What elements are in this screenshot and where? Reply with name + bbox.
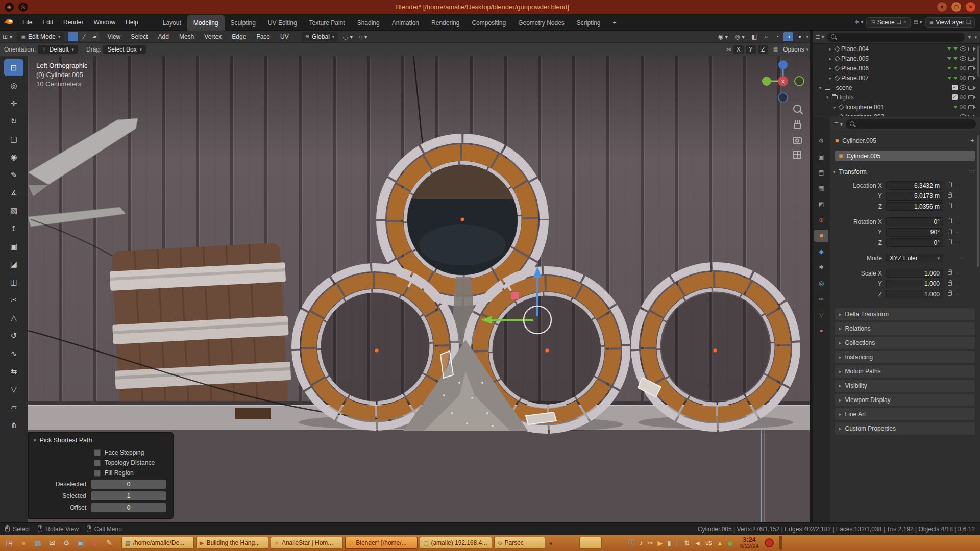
animate-dot-icon[interactable]: ·	[961, 255, 963, 261]
side-barrel[interactable]	[109, 242, 293, 420]
lock-icon[interactable]	[948, 241, 952, 244]
tab-rendering[interactable]: Rendering	[425, 15, 465, 31]
blank-window-button[interactable]	[579, 537, 602, 549]
tab-compositing[interactable]: Compositing	[465, 15, 512, 31]
scene-browse-icon[interactable]: ❖ ▾	[855, 19, 864, 25]
hide-eye-icon[interactable]	[960, 105, 966, 109]
lock-icon[interactable]	[948, 205, 952, 208]
shading-solid-icon[interactable]: ◔	[772, 32, 782, 41]
shade-button[interactable]: ▾	[937, 2, 947, 12]
files-icon[interactable]: ▦	[32, 537, 44, 549]
battery-icon[interactable]: ▮	[667, 539, 671, 547]
menu-uv[interactable]: UV	[276, 31, 293, 43]
collapse-icon[interactable]: ▾	[825, 95, 830, 100]
mirror-z-button[interactable]: Z	[758, 45, 768, 54]
orientation-dropdown[interactable]: ✛ Default ▾	[38, 45, 78, 54]
tool-knife[interactable]: ✂	[4, 291, 23, 308]
tab-output[interactable]: ▤	[814, 166, 828, 179]
render-camera-icon[interactable]	[968, 66, 974, 70]
taskbar-window-browser[interactable]: ★ AnalieStar | Hom...	[271, 537, 343, 549]
outliner-item-plane007[interactable]: ▸ Plane.007	[813, 73, 980, 83]
outliner-item-plane006[interactable]: ▸ Plane.006	[813, 63, 980, 73]
view-layer-selector[interactable]: ≣ ViewLayer ❏	[925, 17, 975, 28]
proportional-editing-icon[interactable]: ○ ▾	[356, 33, 370, 40]
mirror-y-button[interactable]: Y	[746, 45, 756, 54]
expand-icon[interactable]: ▸	[828, 76, 833, 81]
hide-eye-icon[interactable]	[960, 66, 966, 70]
blender-logo-icon[interactable]	[0, 18, 17, 27]
shading-dropdown-icon[interactable]: ▾	[806, 34, 808, 39]
animate-dot-icon[interactable]: ·	[956, 219, 958, 225]
hide-eye-icon[interactable]	[960, 95, 966, 99]
taskbar-window-remote[interactable]: ▢ (amalie) 192.168.4...	[420, 537, 492, 549]
checkbox-topology-distance[interactable]: Topology Distance	[94, 459, 168, 466]
tool-inset-faces[interactable]: ▣	[4, 238, 23, 255]
tab-sculpting[interactable]: Sculpting	[225, 15, 262, 31]
rotation-x-field[interactable]: 0°	[886, 217, 943, 226]
tab-uv-editing[interactable]: UV Editing	[262, 15, 303, 31]
tool-loop-cut[interactable]: ◫	[4, 273, 23, 290]
tab-physics[interactable]: ◎	[814, 277, 828, 289]
tab-object-data[interactable]: ▽	[814, 309, 828, 321]
expand-icon[interactable]: ▸	[828, 56, 833, 61]
collection-checkbox[interactable]: ✓	[952, 85, 958, 90]
outliner-scrollbar[interactable]	[977, 46, 979, 77]
collapse-icon[interactable]: ▾	[818, 85, 823, 90]
outliner-collection-scene[interactable]: ▾ _scene ✓	[813, 83, 980, 92]
render-camera-icon[interactable]	[968, 105, 974, 109]
tray-collapse-icon[interactable]: ◂	[549, 540, 552, 546]
tab-geometry-nodes[interactable]: Geometry Nodes	[512, 15, 571, 31]
outliner-collection-lights[interactable]: ▾ lights ✓	[813, 92, 980, 102]
terminal-icon[interactable]: ▣	[75, 537, 87, 549]
tab-shading[interactable]: Shading	[351, 15, 386, 31]
deselected-value-field[interactable]: 0	[91, 480, 166, 489]
settings-icon[interactable]: ⚙	[60, 537, 72, 549]
tab-scripting[interactable]: Scripting	[571, 15, 607, 31]
warning-icon[interactable]: ▲	[717, 539, 723, 547]
expand-icon[interactable]: ▸	[832, 114, 837, 117]
close-button[interactable]: ✕	[966, 2, 975, 12]
rotation-y-field[interactable]: 90°	[886, 228, 943, 237]
editor-app-icon[interactable]: ✎	[103, 537, 115, 549]
hide-eye-icon[interactable]	[960, 76, 966, 80]
menu-mesh[interactable]: Mesh	[175, 31, 199, 43]
tool-measure[interactable]: ∡	[4, 184, 23, 201]
lock-icon[interactable]	[948, 282, 952, 286]
unlink-scene-icon[interactable]: ×	[903, 19, 906, 25]
hide-eye-icon[interactable]	[960, 56, 966, 61]
hide-eye-icon[interactable]	[960, 46, 966, 51]
properties-scrollbar[interactable]	[977, 135, 979, 267]
tool-extrude[interactable]: ↥	[4, 220, 23, 237]
animate-dot-icon[interactable]: ·	[956, 281, 958, 287]
animate-dot-icon[interactable]: ·	[956, 291, 958, 297]
section-collections[interactable]: ▸Collections	[835, 337, 975, 349]
tool-scale[interactable]: ▢	[4, 131, 23, 147]
snap-magnet-icon[interactable]: ◡ ▾	[340, 33, 355, 40]
taskbar-window-parsec[interactable]: ◇ Parsec	[494, 537, 545, 549]
volume-icon[interactable]: ◄	[694, 539, 701, 547]
power-icon[interactable]	[765, 538, 774, 547]
viewlayer-browse-icon[interactable]: ▤ ▾	[914, 19, 922, 25]
checkbox-icon[interactable]	[94, 449, 101, 456]
menu-window[interactable]: Window	[88, 14, 120, 31]
tool-spin[interactable]: ↺	[4, 327, 23, 344]
section-instancing[interactable]: ▸Instancing	[835, 351, 975, 363]
taskbar-window-video[interactable]: ▶ Building the Hang...	[196, 537, 268, 549]
tool-edge-slide[interactable]: ⇆	[4, 363, 23, 380]
outliner-item-plane005[interactable]: ▸ Plane.005	[813, 54, 980, 63]
info-icon[interactable]: ⓘ	[628, 538, 635, 547]
checkbox-icon[interactable]	[94, 460, 101, 466]
menu-edit[interactable]: Edit	[37, 14, 58, 31]
shading-material-icon[interactable]: ◑	[783, 32, 793, 41]
tab-particles[interactable]: ✱	[814, 261, 828, 273]
section-delta-transform[interactable]: ▸Delta Transform	[835, 308, 975, 320]
editor-type-icon[interactable]: ⊞ ▾	[0, 33, 15, 40]
tab-object[interactable]: ■	[814, 230, 828, 242]
animate-dot-icon[interactable]: ·	[956, 204, 958, 210]
nav-z-neg-ball[interactable]	[778, 93, 788, 102]
menu-render[interactable]: Render	[58, 14, 88, 31]
maximize-button[interactable]: ▢	[951, 2, 961, 12]
tool-add-cube[interactable]: ▧	[4, 202, 23, 219]
app-launcher-icon[interactable]: ◳	[3, 537, 15, 549]
vertex-select-button[interactable]: ∙	[68, 32, 78, 41]
